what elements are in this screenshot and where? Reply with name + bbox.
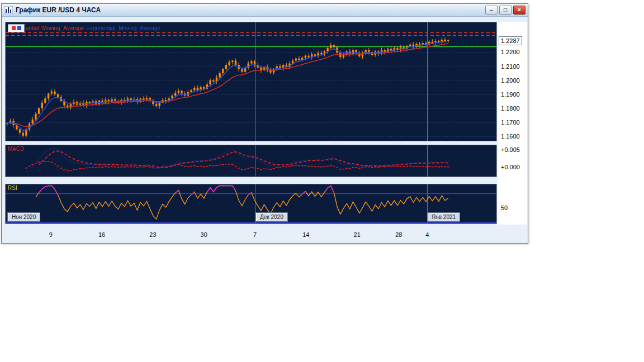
macd-label: MACD [8, 146, 24, 152]
chart-icon[interactable] [4, 6, 13, 14]
time-tick-label: 14 [302, 230, 309, 240]
time-tick-label: 16 [98, 230, 105, 240]
red-square-icon [12, 26, 16, 30]
rsi-panel: RSI [5, 184, 497, 224]
minimize-button[interactable]: – [485, 6, 498, 15]
macd-axis: +0.005+0.000 [499, 145, 527, 177]
time-tick-label: 7 [253, 230, 257, 240]
price-chart-canvas[interactable] [6, 22, 496, 141]
date-button-dec-2020[interactable]: Дек 2020 [255, 212, 288, 222]
legend-color-box [8, 24, 25, 32]
maximize-button[interactable]: □ [499, 6, 512, 15]
rsi-canvas[interactable] [6, 184, 496, 223]
indicator-legend[interactable]: ential_Moving_Average Exponential_Moving… [8, 24, 160, 32]
axis-tick-label: 1.2100 [501, 63, 520, 70]
axis-tick-label: 1.1700 [501, 118, 520, 126]
date-button-jan-2021[interactable]: Янв 2021 [427, 212, 460, 222]
ema-blue-label: Exponential_Moving_Average [86, 25, 160, 31]
axis-tick-label: +0.005 [501, 146, 520, 154]
rsi-axis: 50 [499, 184, 527, 223]
axis-tick-label: 1.1900 [501, 90, 520, 98]
axis-tick-label: +0.000 [501, 163, 520, 171]
window-title: График EUR /USD 4 ЧАСА [16, 6, 101, 14]
title-bar[interactable]: График EUR /USD 4 ЧАСА – □ × [2, 4, 528, 17]
rsi-label: RSI [8, 185, 17, 191]
time-tick-label: 23 [149, 230, 156, 240]
date-button-nov-2020[interactable]: Ноя 2020 [7, 212, 40, 222]
axis-tick-label: 1.2000 [501, 77, 520, 84]
time-axis: 916233071421284 [6, 230, 496, 240]
current-price-tag: 1.2287 [499, 36, 522, 45]
macd-panel: MACD [5, 145, 497, 177]
blue-square-icon [17, 26, 21, 30]
price-chart-panel [5, 22, 497, 141]
macd-canvas[interactable] [6, 145, 496, 177]
time-tick-label: 28 [395, 230, 402, 240]
axis-tick-label: 1.1600 [501, 132, 520, 140]
axis-tick-label: 50 [501, 204, 508, 212]
time-tick-label: 9 [49, 230, 53, 240]
close-button[interactable]: × [513, 6, 525, 15]
time-tick-label: 21 [354, 230, 361, 240]
time-tick-label: 30 [201, 230, 207, 240]
price-axis: 1.22871.22001.21001.20001.19001.18001.17… [499, 22, 527, 141]
axis-tick-label: 1.1800 [501, 104, 520, 112]
chart-window: График EUR /USD 4 ЧАСА – □ × ential_Movi… [1, 3, 528, 244]
axis-tick-label: 1.2200 [501, 48, 520, 56]
time-tick-label: 4 [425, 230, 429, 240]
ema-red-label: ential_Moving_Average [26, 25, 84, 31]
